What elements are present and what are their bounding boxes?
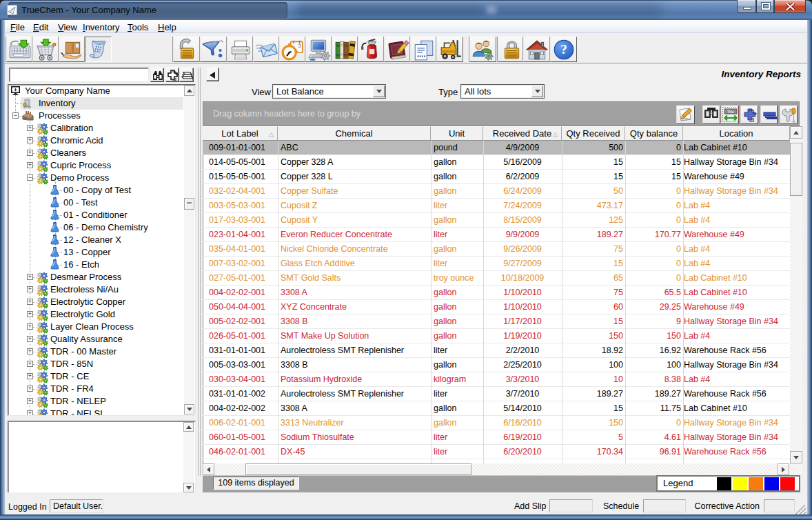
svg-text:3: 3 bbox=[298, 43, 301, 49]
svg-text:Title: Title bbox=[727, 110, 734, 114]
svg-text:?: ? bbox=[560, 42, 567, 57]
